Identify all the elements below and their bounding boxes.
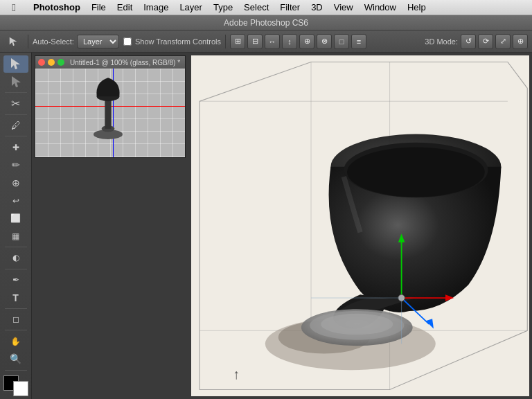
thumbnail-titlebar: Untitled-1 @ 100% (glass, RGB/8) *	[35, 56, 185, 69]
menu-photoshop[interactable]: Photoshop	[28, 0, 86, 15]
svg-marker-2	[12, 76, 21, 87]
svg-point-15	[344, 143, 488, 197]
menu-window[interactable]: Window	[359, 0, 402, 15]
svg-point-26	[398, 294, 405, 301]
tool-sep-8	[5, 370, 27, 371]
menu-file[interactable]: File	[86, 0, 112, 15]
tool-sep-3	[5, 136, 27, 136]
path-tool[interactable]: ◻	[3, 311, 28, 328]
toolbar-btn-6[interactable]: ⊗	[317, 34, 332, 49]
brush-tool[interactable]: ✏	[3, 157, 28, 174]
svg-marker-21	[398, 233, 405, 242]
pen-tool[interactable]: ✒	[3, 272, 28, 289]
svg-point-18	[310, 311, 404, 340]
svg-point-13	[278, 321, 370, 353]
direct-select-tool[interactable]	[3, 73, 28, 91]
tool-sep-2	[5, 114, 27, 115]
menu-bar:  Photoshop File Edit Image Layer Type S…	[0, 0, 532, 15]
toolbar-sep-1	[28, 35, 28, 48]
mode-btn-2[interactable]: ⟳	[478, 34, 493, 49]
svg-marker-23	[445, 294, 454, 301]
thumbnail-close-btn[interactable]	[38, 59, 45, 66]
eraser-tool[interactable]: ⬜	[3, 210, 28, 227]
toolbar-btn-7[interactable]: □	[334, 34, 349, 49]
mode-btn-3[interactable]: ⤢	[495, 34, 511, 49]
toolbar-sep-2	[225, 35, 226, 48]
clone-tool[interactable]: ⊕	[3, 175, 28, 192]
canvas-area[interactable]: Untitled-1 @ 100% (glass, RGB/8) *	[32, 53, 532, 399]
tools-panel: ✂ 🖊 ✚ ✏ ⊕ ↩ ⬜ ▦ ◐ ✒ T ◻ ✋ 🔍	[0, 53, 32, 399]
show-transform-checkbox[interactable]	[123, 37, 132, 46]
thumbnail-minimize-btn[interactable]	[48, 59, 55, 66]
menu-edit[interactable]: Edit	[112, 0, 138, 15]
tool-sep-7	[5, 330, 27, 330]
color-swatches[interactable]	[3, 375, 28, 396]
history-tool[interactable]: ↩	[3, 192, 28, 209]
menu-image[interactable]: Image	[138, 0, 174, 15]
select-tool[interactable]	[3, 55, 28, 73]
eyedropper-tool[interactable]: 🖊	[3, 117, 28, 134]
menu-view[interactable]: View	[328, 0, 359, 15]
svg-marker-0	[10, 37, 17, 45]
toolbar-btn-1[interactable]: ⊞	[230, 34, 245, 49]
tool-sep-6	[5, 308, 27, 309]
toolbar-btn-5[interactable]: ⊕	[299, 34, 314, 49]
menu-layer[interactable]: Layer	[174, 0, 208, 15]
autoselect-label: Auto-Select:	[33, 37, 74, 46]
tool-sep-1	[5, 92, 27, 93]
toolbar-btn-4[interactable]: ↕	[282, 34, 297, 49]
canvas-3d[interactable]: ↑	[191, 55, 529, 396]
bottom-arrow-indicator: ↑	[233, 366, 240, 382]
healing-tool[interactable]: ✚	[3, 139, 28, 156]
thumbnail-glass-svg	[84, 72, 132, 148]
thumbnail-window: Untitled-1 @ 100% (glass, RGB/8) *	[35, 55, 186, 158]
tool-sep-4	[5, 247, 27, 247]
toolbar-btn-3[interactable]: ↔	[265, 34, 280, 49]
svg-line-24	[402, 298, 429, 324]
svg-point-16	[347, 147, 485, 197]
tool-sep-5	[5, 269, 27, 269]
mode-label-text: 3D Mode:	[425, 37, 458, 46]
main-area: ✂ 🖊 ✚ ✏ ⊕ ↩ ⬜ ▦ ◐ ✒ T ◻ ✋ 🔍	[0, 53, 532, 399]
menu-3d[interactable]: 3D	[305, 0, 328, 15]
thumbnail-title: Untitled-1 @ 100% (glass, RGB/8) *	[70, 59, 180, 66]
menu-type[interactable]: Type	[208, 0, 238, 15]
bounding-box-svg	[191, 55, 529, 396]
hand-tool[interactable]: ✋	[3, 332, 28, 350]
mode-btn-4[interactable]: ⊕	[513, 34, 528, 49]
svg-rect-5	[105, 98, 111, 129]
crop-tool[interactable]: ✂	[3, 95, 28, 112]
zoom-tool[interactable]: 🔍	[3, 351, 28, 368]
thumbnail-zoom-btn[interactable]	[57, 59, 64, 66]
svg-point-17	[301, 309, 413, 346]
apple-logo[interactable]: 	[0, 1, 28, 13]
autoselect-dropdown[interactable]: Layer Group	[77, 35, 119, 48]
svg-marker-7	[200, 62, 527, 389]
menu-select[interactable]: Select	[238, 0, 274, 15]
thumbnail-content	[35, 69, 185, 157]
text-tool[interactable]: T	[3, 289, 28, 306]
gradient-tool[interactable]: ▦	[3, 227, 28, 245]
show-transform-label: Show Transform Controls	[122, 37, 221, 46]
app-title: Adobe Photoshop CS6	[224, 18, 308, 28]
toolbar: Auto-Select: Layer Group Show Transform …	[0, 30, 532, 53]
mode-btn-1[interactable]: ↺	[461, 34, 476, 49]
background-color[interactable]	[13, 381, 28, 396]
svg-point-19	[321, 314, 393, 335]
menu-filter[interactable]: Filter	[274, 0, 305, 15]
toolbar-btn-8[interactable]: ≡	[351, 34, 366, 49]
title-bar: Adobe Photoshop CS6	[0, 15, 532, 30]
svg-marker-1	[11, 58, 20, 69]
toolbar-btn-2[interactable]: ⊟	[247, 34, 263, 49]
svg-point-14	[330, 134, 501, 200]
menu-help[interactable]: Help	[402, 0, 432, 15]
svg-marker-25	[426, 319, 434, 328]
svg-point-12	[265, 317, 436, 370]
move-tool-icon[interactable]	[4, 33, 24, 51]
dodge-tool[interactable]: ◐	[3, 249, 28, 267]
